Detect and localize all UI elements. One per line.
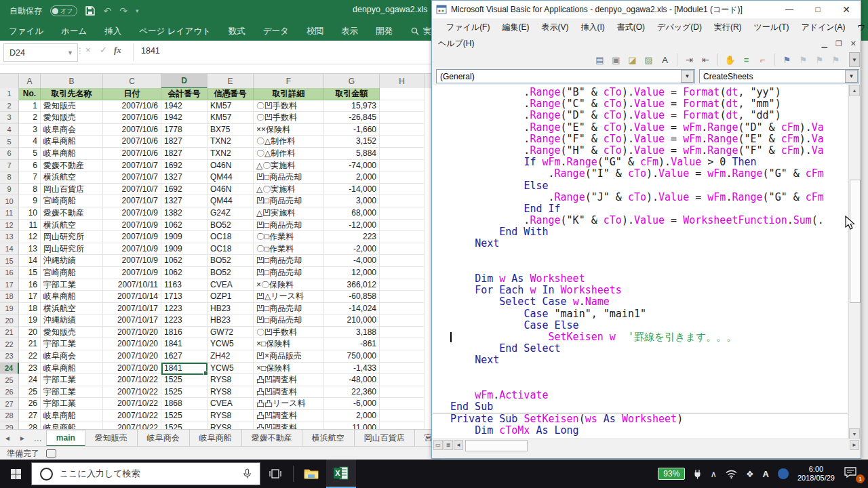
cell[interactable]: 18	[19, 303, 41, 315]
cell[interactable]: 3	[19, 124, 41, 136]
cell[interactable]: 8	[19, 184, 41, 196]
excel-taskbar-button[interactable]: X	[326, 460, 356, 488]
row-header-18[interactable]: 18	[0, 291, 19, 303]
row-header-26[interactable]: 26	[0, 386, 19, 399]
macro-record-icon[interactable]	[46, 449, 56, 458]
cell[interactable]: 2007/10/22	[103, 422, 161, 429]
cell[interactable]: ZH42	[208, 350, 254, 363]
cell[interactable]: 愛知販売	[41, 100, 103, 113]
cell[interactable]: 凹□商品売却	[254, 220, 324, 232]
cell[interactable]: 2007/10/7	[103, 160, 161, 172]
vertical-scrollbar[interactable]: ▲ ▼	[848, 85, 860, 440]
row-header-29[interactable]: 29	[0, 422, 19, 429]
cell[interactable]	[380, 255, 425, 267]
cell[interactable]: -26,845	[324, 112, 380, 124]
cell[interactable]: 2007/10/7	[103, 184, 161, 196]
cell[interactable]: 〇凹手数料	[254, 112, 324, 124]
procedure-dropdown[interactable]: CreateSheets ▼	[699, 69, 859, 83]
scroll-left-icon[interactable]: ◄	[454, 440, 463, 450]
action-center-button[interactable]: 1	[844, 466, 861, 481]
cell[interactable]: 2,000	[324, 410, 380, 422]
cell[interactable]: -60,858	[324, 291, 380, 303]
cell[interactable]	[380, 386, 425, 399]
cell[interactable]: -48,000	[324, 374, 380, 386]
cell[interactable]: BO52	[208, 267, 254, 279]
cell[interactable]: 愛媛不動産	[41, 207, 103, 220]
quick-info-icon[interactable]: ▣	[610, 54, 622, 66]
cell[interactable]: O46N	[208, 160, 254, 172]
cell[interactable]: CVEA	[208, 279, 254, 291]
row-header-15[interactable]: 15	[0, 255, 19, 267]
minimize-icon[interactable]: —	[775, 1, 804, 18]
redo-icon[interactable]: ↷	[119, 5, 127, 16]
cell[interactable]: 凹□商品売却	[254, 267, 324, 279]
object-dropdown-arrow-icon[interactable]: ▼	[681, 70, 694, 83]
cell[interactable]: 凸凸リース料	[254, 398, 324, 410]
maximize-icon[interactable]: □	[804, 1, 832, 18]
row-header-25[interactable]: 25	[0, 374, 19, 386]
cell[interactable]: RYS8	[208, 410, 254, 422]
cell[interactable]	[380, 267, 425, 279]
ime-mode-indicator[interactable]: A	[763, 469, 769, 479]
cell[interactable]: 11	[19, 220, 41, 232]
row-header-24[interactable]: 24	[0, 363, 19, 375]
cell[interactable]	[380, 374, 425, 386]
cell[interactable]	[380, 398, 425, 410]
cell[interactable]: 1525	[161, 386, 208, 399]
cell[interactable]: 26	[19, 398, 41, 410]
sheet-tab-main[interactable]: main	[46, 430, 85, 447]
vba-menu-6[interactable]: 実行(R)	[708, 22, 748, 33]
column-header-D[interactable]: D	[161, 74, 208, 89]
cell[interactable]: 岐阜商船	[41, 291, 103, 303]
cell[interactable]: 1942	[161, 112, 208, 124]
cell[interactable]: 2007/10/11	[103, 279, 161, 291]
wifi-icon[interactable]	[726, 470, 737, 479]
cell[interactable]	[380, 327, 425, 339]
cell[interactable]: 2007/10/22	[103, 386, 161, 399]
cell[interactable]: 凹△リース料	[254, 291, 324, 303]
cell[interactable]: 2007/10/6	[103, 136, 161, 148]
toolbar-scroll-icon[interactable]: ▼	[849, 52, 860, 67]
cell[interactable]	[380, 410, 425, 422]
autosave-toggle[interactable]: オフ	[50, 5, 77, 16]
ribbon-tab-6[interactable]: 校閲	[298, 22, 332, 41]
cell[interactable]	[380, 171, 425, 184]
cell[interactable]	[380, 314, 425, 327]
cell[interactable]: 15,973	[324, 100, 380, 113]
cell[interactable]: 岐阜商船	[41, 410, 103, 422]
cell[interactable]: 68,000	[324, 207, 380, 220]
cell[interactable]: -2,000	[324, 243, 380, 256]
cell[interactable]: ×□保険料	[254, 363, 324, 375]
cell[interactable]: 2007/10/7	[103, 195, 161, 207]
row-header-2[interactable]: 2	[0, 100, 19, 113]
cell[interactable]: ××保険料	[254, 124, 324, 136]
horizontal-scrollbar[interactable]: ▭ ≣ ◄ ►	[433, 439, 860, 451]
cell[interactable]: 岐阜商船	[41, 148, 103, 160]
cell[interactable]: 750,000	[324, 350, 380, 363]
cell[interactable]: 〇□作業料	[254, 231, 324, 243]
row-header-20[interactable]: 20	[0, 314, 19, 327]
child-restore-icon[interactable]: ❐	[835, 39, 842, 48]
cell[interactable]: ×〇保険料	[254, 279, 324, 291]
ribbon-tab-7[interactable]: 表示	[332, 22, 367, 41]
cell[interactable]: 22	[19, 350, 41, 363]
cell[interactable]: 岐阜商船	[41, 363, 103, 375]
cell[interactable]: 凹□商品売却	[254, 314, 324, 327]
cell[interactable]: 11,000	[324, 422, 380, 429]
cell[interactable]: 2007/10/22	[103, 374, 161, 386]
cell[interactable]: 1909	[161, 231, 208, 243]
cell[interactable]: HB23	[208, 303, 254, 315]
row-header-22[interactable]: 22	[0, 338, 19, 350]
cell[interactable]: BO52	[208, 220, 254, 232]
cell[interactable]: 1327	[161, 171, 208, 184]
cell[interactable]: 1841	[161, 338, 208, 350]
cell[interactable]: 1827	[161, 136, 208, 148]
vba-menu-1[interactable]: 編集(E)	[496, 22, 535, 33]
cell[interactable]: 凸凹調査料	[254, 410, 324, 422]
vba-menu-3[interactable]: 挿入(I)	[574, 22, 610, 33]
object-dropdown[interactable]: (General) ▼	[436, 69, 695, 83]
cell[interactable]	[380, 338, 425, 350]
ribbon-tab-file[interactable]: ファイル	[0, 22, 52, 41]
sheet-tab-岐阜商船[interactable]: 岐阜商船	[190, 430, 242, 447]
cell[interactable]: -12,000	[324, 220, 380, 232]
